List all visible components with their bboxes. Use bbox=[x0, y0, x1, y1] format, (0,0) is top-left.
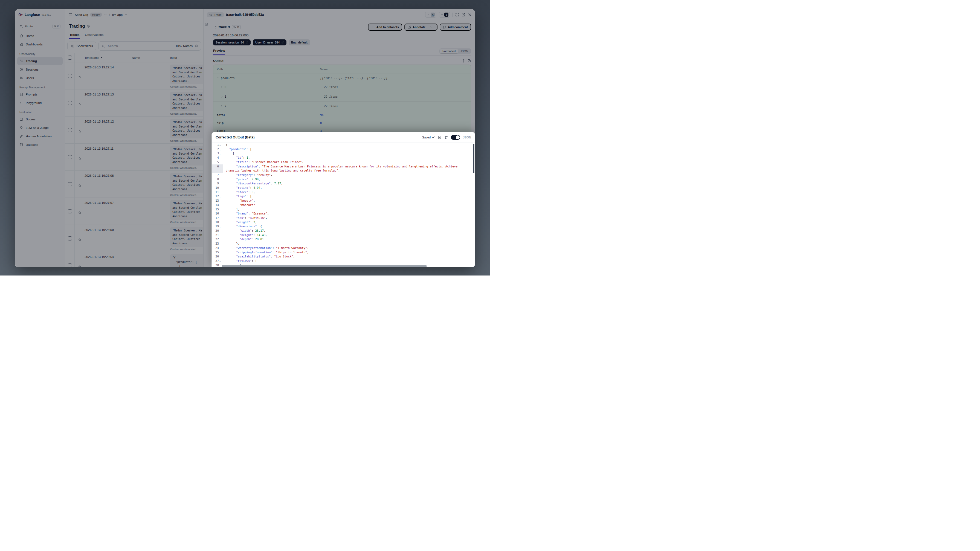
line-gutter: 5 bbox=[212, 160, 223, 164]
line-number: 6 bbox=[217, 164, 219, 169]
code-line: 8"price": 9.99, bbox=[212, 177, 475, 182]
line-gutter: 17 bbox=[212, 216, 223, 220]
line-number: 19 bbox=[215, 225, 219, 229]
token-p: : bbox=[253, 233, 257, 237]
token-p: , bbox=[307, 246, 309, 250]
code-line: 7"category": "beauty", bbox=[212, 173, 475, 177]
token-p: : bbox=[250, 186, 254, 190]
token-p: : bbox=[253, 173, 257, 177]
line-number: 3 bbox=[217, 151, 219, 156]
fold-chevron-icon[interactable]: ⌄ bbox=[220, 194, 222, 199]
trash-icon[interactable] bbox=[444, 135, 448, 139]
fold-chevron-icon[interactable]: ⌄ bbox=[220, 148, 222, 152]
fold-chevron-icon[interactable]: ⌄ bbox=[220, 143, 222, 148]
token-p: , bbox=[266, 233, 267, 237]
code-line: 4"id": 1, bbox=[212, 156, 475, 160]
json-code-editor[interactable]: 1⌄{2⌄"products": [3⌄{4"id": 1,5"title": … bbox=[212, 143, 475, 267]
line-gutter: 2⌄ bbox=[212, 147, 223, 151]
line-number: 23 bbox=[215, 242, 219, 246]
token-n: 9.99 bbox=[252, 178, 259, 181]
code-line-content: "brand": "Essence", bbox=[223, 212, 475, 216]
code-line: 11"stock": 5, bbox=[212, 190, 475, 194]
token-p: , bbox=[338, 169, 340, 172]
token-p: : bbox=[245, 216, 248, 220]
line-gutter: 13 bbox=[212, 199, 223, 203]
code-line-content: "reviews": [ bbox=[223, 259, 475, 263]
token-k: "description" bbox=[236, 165, 259, 168]
token-s: "Low Stock" bbox=[274, 255, 293, 258]
token-p: , bbox=[264, 229, 266, 232]
code-line-content: "dimensions": { bbox=[223, 225, 475, 229]
token-k: "sku" bbox=[236, 216, 245, 220]
code-line: 26"availabilityStatus": "Low Stock", bbox=[212, 255, 475, 259]
fold-chevron-icon[interactable]: ⌄ bbox=[220, 151, 222, 156]
fold-chevron-icon[interactable]: ⌄ bbox=[220, 225, 222, 229]
line-gutter: 23 bbox=[212, 242, 223, 246]
editor-horizontal-scrollbar[interactable] bbox=[222, 265, 427, 267]
token-k: "warrantyInformation" bbox=[236, 246, 272, 250]
token-k: "category" bbox=[236, 173, 253, 177]
token-n: 23.17 bbox=[255, 229, 264, 232]
token-n: 28.01 bbox=[255, 237, 264, 241]
corrected-output-title: Corrected Output (Beta) bbox=[216, 135, 255, 139]
line-gutter: 7 bbox=[212, 173, 223, 177]
line-number: 28 bbox=[215, 263, 219, 267]
code-line-content: "category": "beauty", bbox=[223, 173, 475, 177]
line-gutter: 3⌄ bbox=[212, 151, 223, 156]
code-line: 5"title": "Essence Mascara Lash Prince", bbox=[212, 160, 475, 164]
editor-vertical-scrollbar[interactable] bbox=[473, 143, 474, 173]
code-line: 22"depth": 28.01 bbox=[212, 237, 475, 242]
token-k: "depth" bbox=[240, 237, 252, 241]
token-p: , bbox=[307, 251, 309, 254]
line-gutter: 20 bbox=[212, 229, 223, 233]
code-line: 14"mascara" bbox=[212, 203, 475, 207]
code-line-content: "sku": "RCH45Q1A", bbox=[223, 216, 475, 220]
line-gutter: 1⌄ bbox=[212, 143, 223, 147]
file-plus-icon[interactable] bbox=[438, 135, 442, 139]
line-gutter: 8 bbox=[212, 177, 223, 182]
code-line: 18"weight": 2, bbox=[212, 220, 475, 225]
token-p: : [ bbox=[247, 148, 252, 151]
token-k: "id" bbox=[236, 156, 243, 159]
fold-chevron-icon[interactable]: ⌄ bbox=[220, 259, 222, 263]
code-line-content: }, bbox=[223, 242, 475, 246]
token-p: : bbox=[252, 237, 255, 241]
token-s: "Essence Mascara Lash Prince" bbox=[252, 160, 302, 164]
code-line-content: { bbox=[223, 143, 475, 147]
token-k: "title" bbox=[236, 160, 248, 164]
line-gutter: 21 bbox=[212, 233, 223, 237]
token-k: "reviews" bbox=[236, 259, 252, 262]
line-number: 22 bbox=[215, 237, 219, 242]
line-number: 5 bbox=[217, 160, 219, 164]
token-p: ], bbox=[236, 208, 240, 211]
token-p: , bbox=[259, 178, 260, 181]
line-number: 16 bbox=[215, 212, 219, 216]
line-gutter: 28⌄ bbox=[212, 263, 223, 267]
line-gutter: 18 bbox=[212, 220, 223, 225]
token-k: "discountPercentage" bbox=[236, 182, 270, 185]
line-number: 1 bbox=[217, 143, 219, 147]
fold-chevron-icon[interactable]: ⌄ bbox=[220, 263, 222, 267]
token-s: "beauty" bbox=[257, 173, 271, 177]
code-line: 13"beauty", bbox=[212, 199, 475, 203]
token-p: : bbox=[248, 178, 252, 181]
line-number: 8 bbox=[217, 177, 219, 182]
line-number: 27 bbox=[215, 259, 219, 263]
code-lines: 1⌄{2⌄"products": [3⌄{4"id": 1,5"title": … bbox=[212, 143, 475, 267]
json-toggle[interactable] bbox=[451, 135, 460, 140]
token-p: , bbox=[253, 199, 255, 202]
token-p: , bbox=[281, 182, 283, 185]
token-p: , bbox=[302, 160, 304, 164]
token-k: "products" bbox=[229, 148, 247, 151]
line-number: 13 bbox=[215, 199, 219, 203]
code-line-content: "tags": [ bbox=[223, 194, 475, 199]
token-p: , bbox=[267, 212, 269, 215]
line-gutter: 26 bbox=[212, 255, 223, 259]
line-number: 14 bbox=[215, 203, 219, 207]
line-number: 12 bbox=[215, 194, 219, 199]
line-gutter: 27⌄ bbox=[212, 259, 223, 263]
code-line-content: "height": 14.43, bbox=[223, 233, 475, 237]
token-p: : { bbox=[257, 225, 262, 228]
code-line-content: { bbox=[223, 151, 475, 156]
code-line-content: "products": [ bbox=[223, 147, 475, 151]
